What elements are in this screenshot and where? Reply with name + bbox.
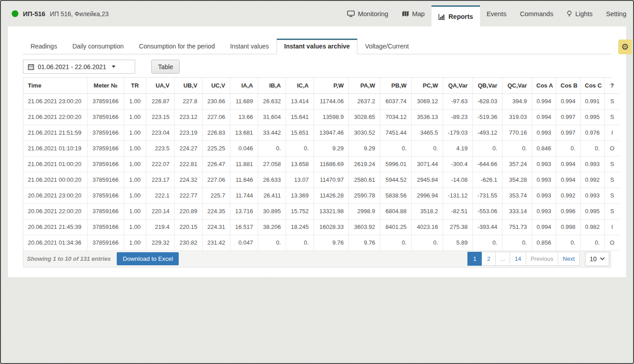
- table-cell: 38.206: [258, 219, 286, 235]
- table-cell: 31.604: [258, 109, 286, 125]
- table-cell: 231.42: [202, 235, 230, 250]
- column-header: Cos A: [532, 78, 556, 93]
- settings-gear-button[interactable]: ⚙: [618, 39, 632, 54]
- table-cell: 2998.9: [348, 203, 380, 219]
- table-cell: 13.658: [286, 156, 313, 172]
- page-button-1[interactable]: 1: [467, 252, 482, 266]
- table-cell: 770.16: [502, 125, 532, 140]
- tab-readings[interactable]: Readings: [23, 39, 65, 54]
- table-row: 21.06.2021 01:00:20378591661.00222.07222…: [23, 156, 620, 172]
- tab-instant-values-archive[interactable]: Instant values archive: [277, 39, 357, 54]
- table-cell: 0.: [411, 140, 443, 156]
- date-range-picker[interactable]: 01.06.2021 - 22.06.2021: [23, 60, 135, 74]
- table-cell: 0.: [258, 140, 286, 156]
- table-cell: 0.994: [532, 109, 556, 125]
- nav-item-monitoring[interactable]: Monitoring: [340, 1, 395, 26]
- table-body: 21.06.2021 23:00:20378591661.00226.87227…: [23, 93, 620, 250]
- table-cell: 0.993: [580, 156, 604, 172]
- topbar: ИП-516 ИП 516, Филейка,23 Monitoring Map: [1, 1, 633, 26]
- table-row: 21.06.2021 22:00:20378591661.00223.15223…: [23, 109, 620, 125]
- tab-daily-consumption[interactable]: Daily consumption: [65, 39, 131, 54]
- table-cell: 0.: [286, 235, 313, 250]
- table-cell: 0.: [580, 140, 604, 156]
- monitor-icon: [347, 10, 355, 17]
- table-cell: 319.03: [502, 109, 532, 125]
- table-cell: 0.: [502, 140, 532, 156]
- table-cell: -14.08: [443, 172, 472, 188]
- table-cell: -553.06: [472, 203, 502, 219]
- page-size-select[interactable]: 10: [585, 252, 609, 266]
- table-cell: 0.047: [230, 235, 258, 250]
- table-cell: 1.00: [124, 203, 146, 219]
- nav-item-reports[interactable]: Reports: [431, 5, 480, 26]
- table-row: 20.06.2021 21:45:39378591661.00219.4220.…: [23, 219, 620, 235]
- table-cell: 15.752: [286, 203, 313, 219]
- calendar-icon: [28, 64, 34, 70]
- table-cell: 37859166: [87, 125, 124, 140]
- next-page-button[interactable]: Next: [558, 252, 580, 266]
- table-cell: 0.046: [230, 140, 258, 156]
- table-cell: 21.06.2021 01:00:20: [23, 156, 87, 172]
- showing-entries-text: Showing 1 to 10 of 131 entries: [27, 255, 110, 262]
- table-cell: S: [604, 156, 620, 172]
- bar-chart-icon: [438, 13, 445, 20]
- table-cell: 225.25: [202, 140, 230, 156]
- table-cell: 222.77: [174, 188, 202, 203]
- table-cell: 0.998: [556, 219, 580, 235]
- table-cell: 21.06.2021 23:00:20: [23, 93, 87, 109]
- nav-item-map[interactable]: Map: [395, 1, 431, 26]
- table-footer: Showing 1 to 10 of 131 entries Download …: [23, 251, 611, 268]
- table-row: 20.06.2021 22:00:20378591661.00220.14220…: [23, 203, 620, 219]
- device-id: ИП-516: [23, 10, 45, 18]
- nav-item-setting[interactable]: Setting: [599, 1, 633, 26]
- table-cell: 0.: [502, 235, 532, 250]
- table-cell: 353.74: [502, 188, 532, 203]
- tab-instant-values[interactable]: Instant values: [222, 39, 276, 54]
- column-header: PA,W: [348, 78, 380, 93]
- table-row: 20.06.2021 01:34:36378591661.00229.32230…: [23, 235, 620, 250]
- table-cell: 0.997: [556, 109, 580, 125]
- table-cell: 0.995: [580, 109, 604, 125]
- table-cell: 13.66: [230, 109, 258, 125]
- nav-label: Lights: [575, 10, 593, 18]
- table-cell: 1.00: [124, 93, 146, 109]
- table-cell: S: [604, 188, 620, 203]
- table-cell: 33.442: [258, 125, 286, 140]
- table-cell: 6804.88: [380, 203, 411, 219]
- column-header: QB,Var: [472, 78, 502, 93]
- download-excel-button[interactable]: Download to Excel: [117, 252, 179, 265]
- nav-item-events[interactable]: Events: [480, 1, 513, 26]
- table-cell: -519.36: [472, 109, 502, 125]
- page-button-14[interactable]: 14: [510, 252, 526, 266]
- nav-item-lights[interactable]: Lights: [560, 1, 599, 26]
- page-button-2[interactable]: 2: [481, 252, 496, 266]
- previous-page-button[interactable]: Previous: [526, 252, 559, 266]
- table-cell: 13.414: [286, 93, 313, 109]
- table-cell: 2637.2: [348, 93, 380, 109]
- table-cell: 223.19: [174, 125, 202, 140]
- table-cell: 0.994: [532, 93, 556, 109]
- table-cell: 3069.12: [411, 93, 443, 109]
- table-cell: 37859166: [87, 156, 124, 172]
- tab-consumption-period[interactable]: Consumption for the period: [132, 39, 223, 54]
- table-cell: 20.06.2021 22:00:20: [23, 203, 87, 219]
- table-cell: 0.991: [580, 93, 604, 109]
- table-cell: 0.: [411, 235, 443, 250]
- table-cell: 11.689: [230, 93, 258, 109]
- table-cell: 0.993: [532, 188, 556, 203]
- table-cell: 275.38: [443, 219, 472, 235]
- table-cell: -731.55: [472, 188, 502, 203]
- table-view-button[interactable]: Table: [151, 60, 180, 74]
- date-range-value: 01.06.2021 - 22.06.2021: [38, 63, 106, 70]
- table-cell: 26.633: [258, 172, 286, 188]
- table-cell: 222.07: [146, 156, 174, 172]
- table-cell: 751.73: [502, 219, 532, 235]
- table-cell: 220.89: [174, 203, 202, 219]
- table-cell: -626.1: [472, 172, 502, 188]
- tab-voltage-current[interactable]: Voltage/Current: [357, 39, 416, 54]
- nav-item-commands[interactable]: Commands: [513, 1, 560, 26]
- table-row: 21.06.2021 01:10:19378591661.00223.5224.…: [23, 140, 620, 156]
- nav-label: Setting: [606, 10, 626, 18]
- pagination: 1 2 ... 14 Previous Next: [468, 252, 580, 266]
- table-cell: 1.00: [124, 188, 146, 203]
